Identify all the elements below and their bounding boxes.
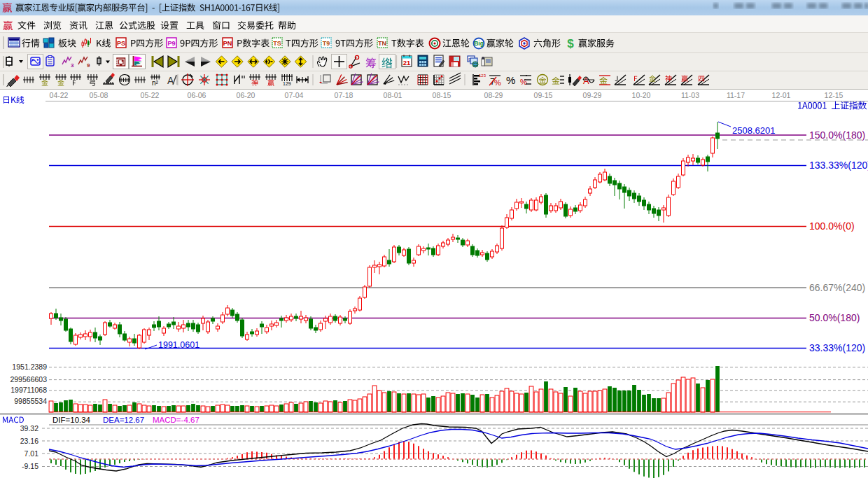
svg-text:66.67%(240): 66.67%(240) bbox=[809, 282, 865, 293]
svg-text:299566603: 299566603 bbox=[10, 375, 47, 384]
svg-text:08-29: 08-29 bbox=[484, 91, 503, 99]
svg-text:11-17: 11-17 bbox=[727, 91, 745, 99]
svg-text:1991.0601: 1991.0601 bbox=[158, 340, 200, 350]
svg-text:P9: P9 bbox=[167, 40, 175, 47]
svg-text:TN: TN bbox=[378, 40, 386, 47]
svg-text:n²: n² bbox=[152, 79, 159, 87]
svg-text:100.0%(0): 100.0%(0) bbox=[809, 220, 855, 232]
svg-text:50.0%(180): 50.0%(180) bbox=[809, 312, 860, 323]
svg-text:T9: T9 bbox=[323, 40, 330, 47]
svg-text:7.01: 7.01 bbox=[24, 449, 39, 458]
svg-text:05-08: 05-08 bbox=[90, 91, 108, 99]
svg-text:12-01: 12-01 bbox=[772, 91, 791, 99]
svg-text:10-20: 10-20 bbox=[632, 91, 651, 99]
svg-text:08-15: 08-15 bbox=[433, 91, 451, 99]
svg-text:08-01: 08-01 bbox=[384, 91, 402, 99]
svg-text:Big: Big bbox=[474, 40, 484, 47]
svg-text:07-18: 07-18 bbox=[335, 91, 354, 99]
svg-text:39.32: 39.32 bbox=[20, 424, 38, 433]
svg-text:09-29: 09-29 bbox=[583, 91, 602, 99]
svg-text:DIF=10.34: DIF=10.34 bbox=[52, 416, 91, 424]
svg-text:TS: TS bbox=[273, 40, 281, 47]
svg-text:99855534: 99855534 bbox=[14, 397, 47, 405]
svg-text:11-03: 11-03 bbox=[681, 91, 699, 99]
svg-text:DEA=12.67: DEA=12.67 bbox=[103, 416, 144, 424]
svg-text:21: 21 bbox=[403, 59, 411, 66]
svg-text:150.0%(180): 150.0%(180) bbox=[809, 129, 865, 141]
svg-text:06-20: 06-20 bbox=[237, 91, 255, 99]
svg-text:9: 9 bbox=[87, 62, 90, 69]
svg-text:-9.15: -9.15 bbox=[22, 462, 38, 470]
svg-text:06-06: 06-06 bbox=[188, 91, 206, 99]
svg-text:133.33%(120): 133.33%(120) bbox=[809, 160, 868, 171]
svg-text:%: % bbox=[494, 78, 501, 87]
svg-text:05-22: 05-22 bbox=[141, 91, 160, 99]
svg-text:123: 123 bbox=[479, 73, 486, 78]
svg-text:129: 129 bbox=[283, 81, 291, 86]
svg-text:%: % bbox=[520, 78, 527, 86]
svg-text:PN: PN bbox=[223, 40, 232, 47]
svg-text:199711068: 199711068 bbox=[10, 386, 47, 394]
svg-text:09-15: 09-15 bbox=[534, 91, 553, 99]
svg-text:%: % bbox=[506, 74, 515, 86]
svg-text:2508.6201: 2508.6201 bbox=[732, 125, 775, 136]
svg-text:04-22: 04-22 bbox=[50, 91, 69, 99]
svg-text:PS: PS bbox=[117, 40, 125, 47]
svg-text:$: $ bbox=[567, 37, 574, 50]
svg-text:33.33%(120): 33.33%(120) bbox=[809, 342, 865, 353]
svg-text:23.16: 23.16 bbox=[20, 437, 38, 445]
svg-text:3: 3 bbox=[71, 62, 74, 69]
svg-text:07-04: 07-04 bbox=[285, 91, 304, 99]
svg-text:1951.2389: 1951.2389 bbox=[12, 363, 47, 371]
svg-text:MACD=-4.67: MACD=-4.67 bbox=[153, 416, 200, 424]
svg-text:12-15: 12-15 bbox=[825, 91, 844, 99]
